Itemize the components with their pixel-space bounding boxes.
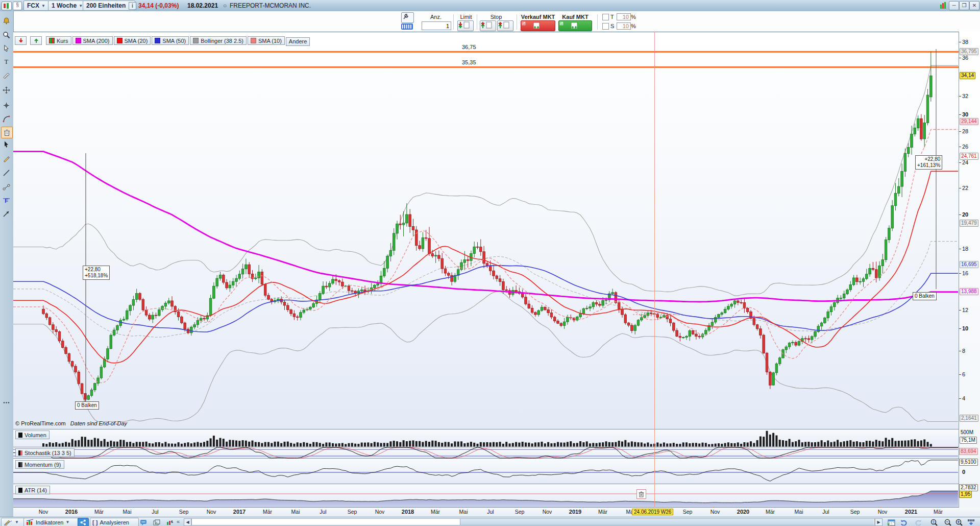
time-tick-label: Sep (515, 509, 525, 515)
column-width-icon[interactable] (966, 518, 977, 526)
stoploss-checkbox[interactable] (602, 23, 609, 30)
pencil-icon[interactable] (1, 153, 12, 164)
sell-market-button[interactable] (521, 20, 555, 31)
trash-icon[interactable] (1, 127, 13, 138)
redo-icon[interactable] (913, 518, 924, 526)
horizontal-line-3675[interactable] (13, 51, 959, 53)
stoploss-pct-input[interactable] (617, 22, 631, 30)
scroll-right-button[interactable]: ▶ (875, 518, 883, 526)
symbol-dropdown[interactable]: FCX▼ (23, 1, 49, 11)
limit-order-button[interactable] (457, 20, 474, 31)
volume-pane[interactable] (13, 429, 959, 447)
stochastic-indicator-label[interactable]: Stochastik (13 3 5) (15, 448, 75, 457)
buy-shortcut-button[interactable] (30, 36, 42, 45)
alarm-bell-icon[interactable] (1, 15, 12, 26)
horizontal-line-3535[interactable] (13, 66, 959, 68)
chevron-down-icon: ▼ (41, 4, 45, 8)
legend-swatch-icon (49, 38, 55, 43)
close-button[interactable]: ✕ (969, 1, 979, 10)
trailing-pct-input[interactable] (617, 13, 631, 20)
stop-sell-button[interactable] (480, 20, 496, 31)
time-tick-label: Nov (543, 509, 552, 515)
time-axis[interactable]: Nov2016MärMaiJulSepNov2017MärMaiJulSepNo… (13, 508, 980, 517)
legend-item-3[interactable]: SMA (50) (152, 36, 189, 45)
zoom-in-icon[interactable] (953, 518, 965, 526)
trailing-checkbox[interactable] (602, 14, 609, 20)
stochastic-pane[interactable] (13, 447, 959, 458)
limit-label: Limit (456, 14, 476, 20)
indicator-value-badge: 29,144 (960, 118, 978, 125)
stop-buy-button[interactable] (497, 20, 513, 31)
goto-date-calendar-icon[interactable] (884, 518, 897, 526)
scrollbar-thumb[interactable] (460, 519, 874, 525)
vertical-date-line[interactable] (654, 32, 655, 516)
curve-tool-icon[interactable] (1, 113, 12, 124)
legend-item-1[interactable]: SMA (200) (72, 36, 113, 45)
undo-icon[interactable] (898, 518, 910, 526)
fibonacci-icon[interactable]: F (1, 195, 12, 206)
move-icon[interactable] (1, 85, 12, 95)
order-settings-wrench-icon[interactable] (401, 12, 414, 23)
legend-item-2[interactable]: SMA (20) (114, 36, 151, 45)
time-tick-label: 2017 (233, 509, 246, 515)
atr-pane[interactable] (13, 484, 959, 507)
price-tick-label: 8 (962, 348, 965, 354)
volume-scale-top: 500M (961, 429, 973, 435)
link-points-icon[interactable] (1, 182, 12, 193)
info-icon[interactable]: i (129, 2, 136, 10)
legend-item-4[interactable]: Bollinger (38 2.5) (190, 36, 247, 45)
drawing-tools-button[interactable]: ▼ (1, 518, 26, 526)
sell-shortcut-button[interactable] (15, 36, 27, 45)
momentum-indicator-label[interactable]: Momentum (9) (15, 460, 64, 469)
price-tick-label: 6 (962, 371, 965, 377)
arrow-tool-icon[interactable] (1, 208, 12, 219)
indicators-button[interactable]: Indikatoren ▼ (23, 518, 81, 526)
quantity-input[interactable] (422, 21, 451, 30)
zoom-out-icon[interactable] (942, 518, 953, 526)
units-dropdown[interactable]: 200 Einheiten▼ (83, 1, 135, 11)
buy-market-button[interactable] (558, 20, 592, 31)
legend-swatch-icon (251, 38, 256, 43)
price-tick-label: 22 (962, 185, 968, 191)
maximize-button[interactable]: ❐ (959, 1, 969, 10)
legend-item-0[interactable]: Kurs (46, 36, 71, 45)
keyboard-icon[interactable] (401, 23, 413, 30)
selected-date-badge[interactable]: 24.06.2019 W26 (632, 509, 673, 515)
legend-item-5[interactable]: SMA (10) (248, 36, 285, 45)
timeframe-dropdown[interactable]: 1 Woche▼ (48, 1, 86, 11)
trailing-label: T (610, 14, 614, 20)
pointer-icon[interactable] (1, 139, 12, 150)
zoom-icon[interactable] (1, 30, 12, 40)
minimize-button[interactable]: ─ (949, 1, 959, 10)
chat-icon[interactable] (138, 518, 149, 526)
price-chart-area[interactable] (13, 32, 959, 430)
scroll-left-button[interactable]: ◀ (184, 518, 191, 526)
zoom-fit-icon[interactable] (927, 518, 941, 526)
time-tick-label: Nov (710, 509, 720, 515)
candlestick-chart-icon[interactable] (2, 2, 12, 10)
price-tick-label: 20 (962, 211, 968, 218)
price-tick-label: 16 (962, 270, 968, 276)
windows-cascade-icon[interactable] (151, 518, 162, 526)
legend-swatch-icon (117, 38, 122, 43)
link-windows-icon[interactable]: § (13, 2, 22, 10)
cursor-icon[interactable] (1, 43, 12, 54)
text-tool-icon[interactable]: T (1, 56, 12, 67)
momentum-pane[interactable] (13, 459, 959, 484)
stochastic-current-badge: 83,694 (959, 448, 978, 455)
atr-indicator-label[interactable]: ATR (14) (15, 486, 50, 494)
analyze-button[interactable]: [ ] Analysieren (90, 518, 139, 526)
delete-line-trash-icon[interactable] (636, 489, 646, 499)
time-scrollbar[interactable] (191, 518, 875, 525)
platform-settings-icon[interactable] (164, 518, 176, 526)
more-dots-icon[interactable] (1, 397, 12, 408)
collapse-toolbar-button[interactable]: « (177, 518, 180, 524)
share-button[interactable] (78, 518, 89, 526)
instrument-name: FREEPORT-MCMORAN INC. (230, 2, 311, 9)
quantity-label: Anz. (422, 14, 450, 20)
volume-indicator-label[interactable]: Volumen (15, 431, 50, 439)
line-tool-icon[interactable] (1, 168, 12, 178)
ruler-icon[interactable] (1, 70, 12, 81)
crosshair-icon[interactable] (1, 100, 12, 111)
legend-item-6[interactable]: Andere (286, 37, 310, 46)
